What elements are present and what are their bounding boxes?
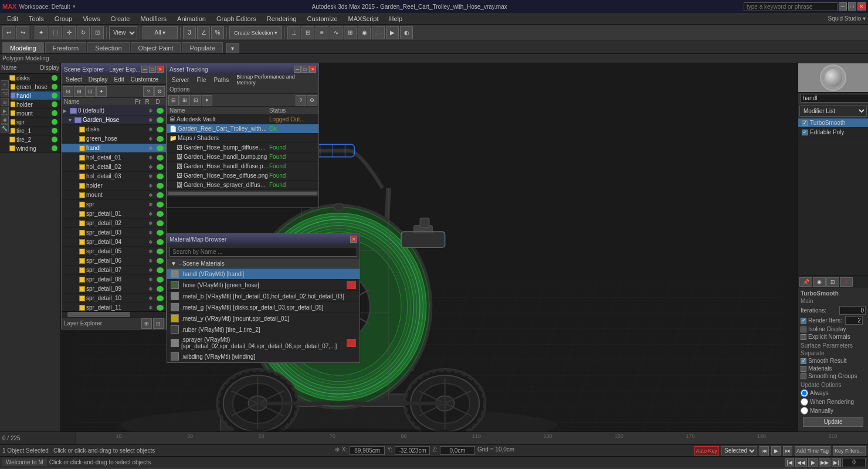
tab-modeling[interactable]: Modeling [2,42,44,53]
render-iters-input[interactable] [845,316,863,325]
menu-rendering[interactable]: Rendering [262,14,301,23]
y-coordinate[interactable]: -32,023cm [395,446,430,455]
asset-menu-server[interactable]: Server [168,76,192,84]
goto-start-btn[interactable]: |◀ [785,458,794,467]
select-region-button[interactable]: ⬚ [49,26,62,39]
scene-explorer-menu-edit[interactable]: Edit [111,76,127,83]
mat-row-metal-g[interactable]: .metal_g (VRayMtl) [disks,spr_detail_03,… [167,302,360,313]
se-btn-6[interactable]: ⚙ [154,86,165,97]
tab-selection[interactable]: Selection [87,42,129,53]
se-item-spr-d10[interactable]: spr_detail_10 ❄ [62,294,166,303]
isoline-display-row[interactable]: Isoline Display [801,326,866,332]
pin-stack-btn[interactable]: 📌 [799,277,812,287]
scene-materials-header[interactable]: ▼ - Scene Materials [167,259,360,269]
app-logo[interactable]: MAX [2,3,16,10]
undo-button[interactable]: ↩ [2,26,15,39]
menu-modifiers[interactable]: Modifiers [135,14,171,23]
se-item-green-hose[interactable]: green_hose ❄ [62,134,166,144]
move-button[interactable]: ✛ [63,26,76,39]
material-browser-header[interactable]: Material/Map Browser ✕ [167,234,360,244]
menu-graph-editors[interactable]: Graph Editors [212,14,261,23]
when-rendering-radio[interactable] [801,398,808,406]
render-setup-btn[interactable]: 🎥 [372,26,385,39]
reference-coord-dropdown[interactable]: View [109,26,137,39]
snap-toggle-btn[interactable]: 3 [183,26,196,39]
se-item-hol1[interactable]: hol_detail_01 ❄ [62,153,166,162]
prev-key-btn[interactable]: ◀◀ [795,458,807,467]
se-item-default-layer[interactable]: ▶ 0 (default) ❄ [62,106,166,115]
mat-row-hose[interactable]: .hose (VRayMtl) [green_hose] [167,280,360,291]
se-item-hol3[interactable]: hol_detail_03 ❄ [62,172,166,181]
se-item-spr-d07[interactable]: spr_detail_07 ❄ [62,266,166,275]
se-btn-4[interactable]: ✦ [96,86,107,97]
key-filters-btn[interactable]: Key Filters... [833,446,866,456]
select-button[interactable]: ✦ [35,26,48,39]
materials-row[interactable]: Materials [801,365,866,372]
modifier-enable-checkbox-2[interactable] [802,130,808,135]
se-item-spr-d03[interactable]: spr_detail_03 ❄ [62,228,166,237]
se-btn-2[interactable]: ⊞ [74,86,84,97]
menu-create[interactable]: Create [106,14,134,23]
se-item-spr-d11[interactable]: spr_detail_11 ❄ [62,303,166,311]
manually-radio[interactable] [801,407,808,414]
timeline-track[interactable]: 10 30 50 70 90 110 130 150 170 190 210 [76,432,868,444]
mat-row-ruber[interactable]: .ruber (VRayMtl) [tire_1,tire_2] [167,324,360,335]
make-unique-btn[interactable]: ⊡ [826,277,839,287]
asset-menu-bitmap[interactable]: Bitmap Performance and Memory [233,73,317,86]
goto-end-btn[interactable]: ▶| [832,458,841,467]
menu-edit[interactable]: Edit [2,14,23,23]
at-row-file[interactable]: 📄 Garden_Reel_Cart_Trolley_with_Hose_vra… [167,124,318,134]
utilities-tab-icon[interactable]: 🔧 [1,124,9,132]
asset-tracking-scrollbar[interactable] [167,190,318,196]
activeshade-btn[interactable]: ◐ [400,26,413,39]
play-fwd-btn[interactable]: ▶ [808,458,818,467]
tab-populate[interactable]: Populate [182,42,222,53]
modifier-list-dropdown[interactable]: Modifier List [799,106,867,117]
maximize-button[interactable]: □ [848,2,856,11]
at-btn-help[interactable]: ? [296,95,306,106]
menu-help[interactable]: Help [385,14,408,23]
asset-minimize-btn[interactable]: ─ [294,66,301,73]
scale-button[interactable]: ⊡ [91,26,104,39]
scene-explorer-header[interactable]: Scene Explorer - Layer Exp... ─ □ ✕ [62,64,166,74]
tab-freeform[interactable]: Freeform [45,42,87,53]
tab-object-paint[interactable]: Object Paint [131,42,181,53]
display-tab-icon[interactable]: ◉ [1,115,9,124]
scene-explorer-menu-customize[interactable]: Customize [128,76,161,83]
se-item-spr-d04[interactable]: spr_detail_04 ❄ [62,237,166,247]
se-item-garden-hose-layer[interactable]: ▼ Garden_Hose ❄ [62,115,166,125]
scene-explorer-restore-btn[interactable]: □ [149,66,156,73]
smoothing-groups-row[interactable]: Smoothing Groups [801,373,866,379]
se-footer-btn-1[interactable]: ⊞ [141,318,152,329]
asset-close-btn[interactable]: ✕ [309,66,316,73]
modify-tab-icon[interactable]: ⌥ [1,89,9,97]
always-radio[interactable] [801,389,808,397]
se-btn-1[interactable]: ⊟ [63,86,73,97]
at-btn-3[interactable]: ⊡ [191,95,201,106]
hierarchy-tab-icon[interactable]: ⊞ [1,98,9,106]
material-search-input[interactable] [169,247,357,257]
at-row-hose-diffuse[interactable]: 🖼 Garden_Hose_hose_diffuse.png Found [167,171,318,181]
se-btn-5[interactable]: ? [143,86,154,97]
se-item-hol2[interactable]: hol_detail_02 ❄ [62,162,166,172]
at-btn-4[interactable]: ✦ [202,95,212,106]
se-btn-3[interactable]: ⊡ [85,86,96,97]
se-footer-btn-2[interactable]: ⊡ [153,318,164,329]
rotate-button[interactable]: ↻ [77,26,90,39]
se-item-spr-d09[interactable]: spr_detail_09 ❄ [62,284,166,294]
manually-row[interactable]: Manually [801,407,866,414]
create-tab-icon[interactable]: + [1,80,9,89]
at-row-handl-diffuse[interactable]: 🖼 Garden_Hose_handl_diffuse.png Found [167,162,318,171]
show-endresult-btn[interactable]: ◉ [813,277,826,287]
when-rendering-row[interactable]: When Rendering [801,398,866,406]
prev-frame-btn[interactable]: ⏮ [760,446,769,456]
modifier-editable-poly[interactable]: Editable Poly [798,128,868,137]
ribbon-expand-btn[interactable]: ▾ [226,43,239,53]
next-key-btn[interactable]: ▶▶ [819,458,830,467]
material-editor-btn[interactable]: ◉ [358,26,371,39]
viewport-area[interactable]: [+] [Perspective] [Shaded + Edged Faces] [61,63,798,431]
z-coordinate[interactable]: 0,0cm [440,446,475,455]
redo-button[interactable]: ↪ [16,26,29,39]
scene-explorer-close-btn[interactable]: ✕ [157,66,164,73]
always-row[interactable]: Always [801,389,866,397]
